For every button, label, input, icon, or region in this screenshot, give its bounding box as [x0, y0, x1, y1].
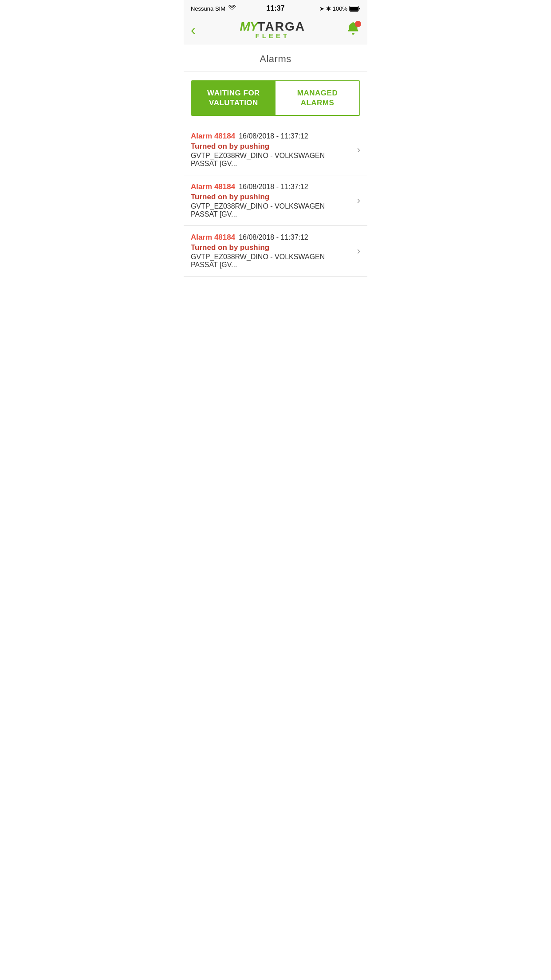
svg-rect-2 [352, 22, 354, 24]
alarm-content: Alarm 48184 16/08/2018 - 11:37:12 Turned… [191, 132, 352, 168]
alarm-id: Alarm 48184 [191, 233, 235, 242]
alarm-header: Alarm 48184 16/08/2018 - 11:37:12 [191, 182, 352, 191]
alarm-vehicle: GVTP_EZ038RW_DINO - VOLKSWAGEN PASSAT [G… [191, 152, 352, 168]
app-logo: MYTARGA FLEET [240, 20, 305, 40]
page-title-wrapper: Alarms [184, 45, 367, 71]
alarm-content: Alarm 48184 16/08/2018 - 11:37:12 Turned… [191, 182, 352, 218]
alarm-vehicle: GVTP_EZ038RW_DINO - VOLKSWAGEN PASSAT [G… [191, 253, 352, 269]
alarm-list: Alarm 48184 16/08/2018 - 11:37:12 Turned… [184, 125, 367, 277]
alarm-item[interactable]: Alarm 48184 16/08/2018 - 11:37:12 Turned… [184, 226, 367, 277]
alarm-id: Alarm 48184 [191, 182, 235, 191]
carrier-label: Nessuna SIM [191, 5, 225, 12]
nav-bar: ‹ MYTARGA FLEET [184, 16, 367, 45]
notification-bell-button[interactable] [346, 22, 360, 38]
tab-managed-alarms[interactable]: MANAGED ALARMS [276, 81, 359, 115]
alarm-description: Turned on by pushing [191, 142, 352, 151]
alarm-datetime: 16/08/2018 - 11:37:12 [239, 132, 308, 140]
status-bar: Nessuna SIM 11:37 ➤ ✱ 100% [184, 0, 367, 16]
battery-label: 100% [333, 5, 347, 12]
alarm-description: Turned on by pushing [191, 243, 352, 252]
notification-badge [355, 21, 361, 27]
alarm-datetime: 16/08/2018 - 11:37:12 [239, 233, 308, 241]
battery-icon [349, 6, 360, 12]
status-time: 11:37 [267, 4, 285, 12]
status-right: ➤ ✱ 100% [319, 5, 360, 12]
svg-rect-1 [350, 7, 358, 11]
wifi-icon [228, 5, 236, 12]
bluetooth-icon: ✱ [326, 5, 331, 12]
alarm-content: Alarm 48184 16/08/2018 - 11:37:12 Turned… [191, 233, 352, 269]
alarm-header: Alarm 48184 16/08/2018 - 11:37:12 [191, 132, 352, 141]
alarm-header: Alarm 48184 16/08/2018 - 11:37:12 [191, 233, 352, 242]
alarm-item[interactable]: Alarm 48184 16/08/2018 - 11:37:12 Turned… [184, 125, 367, 175]
chevron-right-icon: › [357, 195, 360, 206]
alarm-description: Turned on by pushing [191, 193, 352, 202]
chevron-right-icon: › [357, 144, 360, 156]
logo-fleet: FLEET [256, 32, 290, 40]
tabs-container: WAITING FOR VALUTATION MANAGED ALARMS [191, 80, 360, 116]
alarm-datetime: 16/08/2018 - 11:37:12 [239, 183, 308, 191]
status-carrier: Nessuna SIM [191, 5, 236, 12]
alarm-vehicle: GVTP_EZ038RW_DINO - VOLKSWAGEN PASSAT [G… [191, 202, 352, 218]
alarm-item[interactable]: Alarm 48184 16/08/2018 - 11:37:12 Turned… [184, 175, 367, 226]
tab-waiting-label: WAITING FOR VALUTATION [207, 89, 260, 107]
page-title: Alarms [191, 53, 360, 65]
chevron-right-icon: › [357, 245, 360, 257]
location-icon: ➤ [319, 5, 324, 12]
tab-managed-label: MANAGED ALARMS [297, 89, 338, 107]
back-button[interactable]: ‹ [191, 21, 199, 39]
alarm-id: Alarm 48184 [191, 132, 235, 141]
tab-waiting-for-valutation[interactable]: WAITING FOR VALUTATION [192, 81, 276, 115]
